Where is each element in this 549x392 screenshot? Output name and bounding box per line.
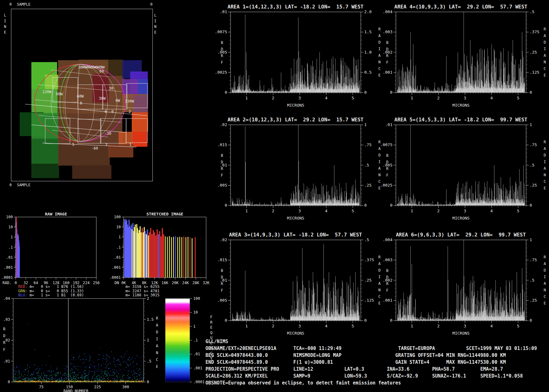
svg-text:B: B (3, 327, 5, 331)
svg-text:E: E (544, 301, 546, 305)
svg-text:.01: .01 (6, 255, 13, 260)
svg-text:I: I (544, 160, 546, 164)
svg-text:3: 3 (464, 324, 466, 328)
svg-text:.5: .5 (530, 163, 535, 167)
svg-text:5: 5 (352, 324, 354, 328)
nims-observation-display: 0 SAMPLE 0 LINE LINE 0 SAMPLE 120W90W60W… (0, 0, 549, 392)
svg-text:R: R (544, 140, 546, 144)
meta-obsname: OBSNAME/EXT=20ENECLPSE01A TCA=-000 11:29… (205, 345, 537, 352)
svg-text:B: B (386, 153, 388, 158)
svg-text:.005: .005 (217, 298, 227, 303)
svg-text:20K: 20K (172, 281, 179, 285)
svg-text:.005: .005 (217, 183, 227, 188)
svg-text:D: D (386, 275, 388, 279)
meta-projection: PROJECTION=PERSPECTIVE PRO LINE=12 LAT=0… (205, 366, 537, 373)
svg-text:0: 0 (530, 203, 532, 208)
svg-text:N: N (544, 60, 546, 64)
svg-text:10: 10 (8, 225, 13, 229)
svg-text:0: 0 (14, 281, 17, 285)
svg-text:R: R (386, 282, 389, 286)
svg-text:.0001: .0001 (109, 275, 121, 280)
svg-text:D: D (544, 153, 546, 157)
svg-text:.001: .001 (383, 298, 392, 303)
svg-text:0: 0 (147, 380, 149, 384)
svg-text:.5: .5 (530, 9, 535, 14)
svg-text:A: A (156, 344, 158, 348)
svg-text:30: 30 (109, 86, 113, 91)
stretch-stats-red: m= 3158 s= 6255 (125, 285, 159, 289)
svg-text:2: 2 (437, 324, 440, 328)
svg-text:3: 3 (464, 209, 466, 213)
svg-text:60W: 60W (77, 94, 84, 98)
svg-text:1: 1 (119, 235, 121, 239)
svg-text:F: F (221, 288, 223, 293)
svg-text:.001: .001 (112, 265, 121, 270)
svg-text:.75: .75 (530, 142, 537, 147)
svg-text:256: 256 (93, 281, 100, 285)
meta-end-sclk: END SCLK=04978445.89.0 F(1 u)=3000.81 GA… (205, 359, 537, 366)
svg-text:2: 2 (272, 96, 274, 100)
svg-text:.1: .1 (116, 245, 121, 250)
svg-text:.01: .01 (193, 352, 200, 356)
svg-text:.01: .01 (220, 9, 227, 14)
svg-text:.125: .125 (530, 70, 539, 75)
svg-text:R: R (221, 54, 223, 58)
svg-text:0: 0 (530, 90, 532, 95)
svg-text:16K: 16K (162, 281, 168, 285)
svg-text:MICRONS: MICRONS (287, 331, 304, 336)
svg-text:A: A (544, 34, 546, 38)
svg-text:R: R (221, 167, 223, 171)
svg-text:B: B (221, 268, 223, 273)
svg-text:2: 2 (272, 324, 274, 328)
svg-text:2: 2 (437, 209, 440, 213)
svg-text:0: 0 (390, 203, 392, 208)
svg-text:.5: .5 (364, 237, 369, 242)
svg-text:R: R (386, 167, 389, 171)
svg-text:B: B (386, 268, 388, 273)
svg-text:0: 0 (364, 318, 367, 323)
svg-text:100: 100 (193, 296, 200, 301)
svg-text:1: 1 (530, 122, 532, 127)
svg-text:.004: .004 (383, 9, 392, 14)
svg-text:MICRONS: MICRONS (452, 103, 470, 108)
observation-metadata: GLL/NIMS OBSNAME/EXT=20ENECLPSE01A TCA=-… (205, 338, 537, 386)
svg-text:F: F (221, 173, 223, 177)
svg-text:5: 5 (517, 209, 520, 213)
svg-text:90W: 90W (56, 92, 63, 96)
svg-text:.5: .5 (530, 278, 535, 283)
svg-text:0: 0 (364, 90, 367, 95)
svg-text:A: A (156, 323, 158, 327)
svg-text:.5: .5 (364, 163, 369, 167)
svg-text:100: 100 (6, 215, 13, 219)
svg-text:D: D (544, 268, 546, 273)
svg-text:10: 10 (116, 225, 121, 229)
svg-text:.0001: .0001 (2, 275, 13, 280)
svg-text:0W: 0W (115, 98, 120, 103)
svg-text:D: D (221, 160, 223, 164)
svg-text:1: 1 (245, 209, 248, 213)
svg-text:4: 4 (490, 209, 493, 213)
sample-axis-origin-bottom: 0 (9, 183, 12, 187)
svg-text:D: D (386, 47, 388, 51)
spectrum-plot-area-2: .021.015.75.01.5.005.250012345MICRONSBDR… (204, 119, 395, 225)
svg-text:.25: .25 (530, 183, 537, 188)
svg-text:R: R (544, 255, 546, 259)
svg-text:.04: .04 (3, 296, 10, 301)
svg-text:.375: .375 (530, 29, 539, 34)
svg-text:0: 0 (225, 203, 227, 208)
legend-red-label: RED: (18, 284, 27, 289)
svg-text:R: R (156, 316, 158, 320)
svg-text:N: N (544, 173, 546, 177)
svg-text:60: 60 (99, 69, 104, 73)
svg-text:.004: .004 (383, 237, 392, 242)
spectrum-plot-area-5: .011.0075.75.005.5.0025.250012345MICRONS… (369, 119, 549, 225)
svg-text:4: 4 (325, 209, 328, 213)
europa-projection-map: 120W90W60W30W0W330W60300-30-606425311209… (11, 9, 153, 181)
svg-text:.0075: .0075 (380, 142, 392, 147)
svg-text:.01: .01 (385, 122, 392, 127)
meta-beg-sclk: BEG SCLK=04978443.00.0 NIMSMODE=LONG MAP… (205, 352, 537, 359)
svg-text:150: 150 (66, 385, 73, 389)
svg-text:.03: .03 (3, 317, 10, 322)
svg-text:I: I (156, 337, 158, 341)
svg-text:C: C (544, 179, 546, 184)
